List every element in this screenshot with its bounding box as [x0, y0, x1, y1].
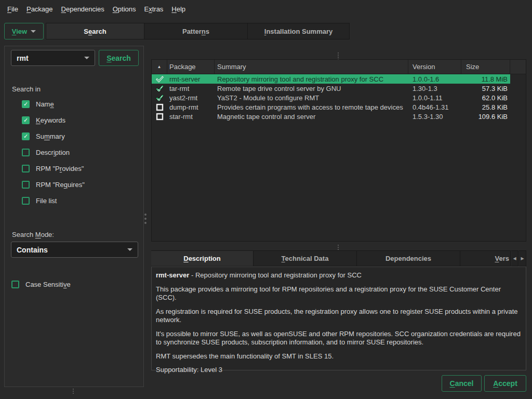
- main-tab[interactable]: Patterns: [144, 23, 248, 39]
- checkbox[interactable]: [22, 116, 30, 124]
- filter-checkbox-row[interactable]: Keywords: [22, 112, 136, 128]
- yast2-package-manager-window: { "colors": { "accent_green": "#2fae74",…: [0, 0, 532, 399]
- checkbox[interactable]: [22, 197, 30, 205]
- filter-checkbox-label: Description: [36, 149, 70, 156]
- filter-checkbox-label: RPM "Requires": [36, 181, 85, 189]
- cancel-button-label: Cancel: [450, 379, 474, 388]
- search-mode-combobox[interactable]: Contains: [11, 242, 138, 258]
- package-row[interactable]: tar-rmt Remote tape drive control server…: [152, 84, 510, 93]
- search-filter-list: Name Keywords Summary Description RPM "P…: [22, 96, 136, 209]
- package-row[interactable]: star-rmt Magnetic tape control and serve…: [152, 112, 510, 121]
- detail-tab-label: Technical Data: [282, 255, 329, 262]
- filter-checkbox-label: Name: [36, 100, 54, 108]
- chevron-down-icon: [127, 248, 132, 251]
- search-mode-value: Contains: [17, 246, 48, 254]
- package-status-cell[interactable]: [152, 93, 167, 102]
- package-row[interactable]: rmt-server Repository mirroring tool and…: [152, 74, 510, 84]
- accept-button[interactable]: Accept: [484, 375, 526, 392]
- checkbox[interactable]: [22, 149, 30, 156]
- search-query-value: rmt: [17, 54, 29, 62]
- menu-item[interactable]: Extras: [140, 5, 168, 13]
- chevron-down-icon: [31, 30, 36, 33]
- detail-tab[interactable]: Technical Data: [254, 250, 357, 267]
- menu-item[interactable]: File: [3, 5, 22, 13]
- main-tab-label: Installation Summary: [264, 28, 333, 35]
- package-size-cell: 109.6 KiB: [461, 113, 510, 121]
- package-row[interactable]: dump-rmt Provides certain programs with …: [152, 102, 510, 112]
- description-paragraph: This package provides a mirroring tool f…: [156, 285, 522, 302]
- package-size-cell: 62.0 KiB: [461, 94, 510, 102]
- menu-item[interactable]: Dependencies: [57, 5, 109, 13]
- package-size-cell: 25.8 KiB: [461, 103, 510, 111]
- header-gutter: [510, 60, 526, 74]
- size-column-header[interactable]: Size: [461, 60, 510, 74]
- status-column-header[interactable]: ▲: [152, 60, 167, 74]
- tab-scroll-right-button[interactable]: ▶: [519, 250, 526, 267]
- menu-item[interactable]: Options: [109, 5, 140, 13]
- search-in-label: Search in: [12, 85, 41, 93]
- detail-tab[interactable]: Dependencies: [357, 250, 460, 267]
- chevron-left-icon: ◀: [513, 256, 516, 261]
- detail-tab-label: Dependencies: [385, 255, 431, 262]
- main-tab-label: Patterns: [182, 28, 209, 35]
- menu-item[interactable]: Package: [22, 5, 57, 13]
- not-installed-status-icon: [156, 103, 164, 111]
- main-tab-label: Search: [84, 28, 106, 35]
- case-sensitive-row[interactable]: Case Sensitive: [11, 276, 136, 292]
- main-tab[interactable]: Search: [46, 23, 144, 39]
- checkbox[interactable]: [22, 100, 30, 108]
- filter-checkbox-row[interactable]: RPM "Requires": [22, 177, 136, 193]
- filter-checkbox-row[interactable]: Summary: [22, 128, 136, 144]
- checkbox[interactable]: [22, 181, 30, 189]
- view-button[interactable]: View: [4, 23, 44, 39]
- case-sensitive-label: Case Sensitive: [25, 281, 71, 288]
- autoinstall-status-icon: [156, 94, 164, 102]
- main-tab[interactable]: Installation Summary: [248, 23, 350, 39]
- checkbox[interactable]: [11, 281, 19, 288]
- menu-item[interactable]: Help: [167, 5, 190, 13]
- search-button[interactable]: Search: [99, 50, 139, 66]
- filter-checkbox-row[interactable]: File list: [22, 193, 136, 209]
- package-column-header[interactable]: Package: [167, 60, 215, 74]
- package-status-cell[interactable]: [152, 102, 167, 112]
- package-status-cell[interactable]: [152, 84, 167, 93]
- package-name-cell: star-rmt: [167, 113, 215, 121]
- checkbox[interactable]: [22, 165, 30, 172]
- package-summary-cell: Provides certain programs with access to…: [215, 103, 408, 111]
- package-version-cell: 1.0.0-1.6: [408, 75, 461, 83]
- filter-checkbox-label: RPM "Provides": [36, 165, 84, 172]
- version-column-header[interactable]: Version: [408, 60, 461, 74]
- package-row[interactable]: yast2-rmt YaST2 - Module to configure RM…: [152, 93, 510, 102]
- sort-ascending-icon: ▲: [157, 64, 162, 69]
- description-paragraph: It's possible to mirror SUSE, as well as…: [156, 330, 522, 347]
- package-status-cell[interactable]: [152, 74, 167, 84]
- splitter-handle[interactable]: [144, 212, 147, 225]
- cancel-button[interactable]: Cancel: [442, 375, 482, 392]
- search-panel: rmt Search Search in Name Keywords Summa…: [4, 46, 144, 387]
- not-installed-status-icon: [156, 113, 164, 121]
- accept-button-label: Accept: [493, 379, 517, 388]
- checkbox[interactable]: [22, 132, 30, 140]
- package-version-cell: 1.30-1.3: [408, 85, 461, 92]
- autoinstall-status-icon: [156, 85, 164, 92]
- splitter-handle[interactable]: [73, 388, 74, 394]
- detail-tab[interactable]: Vers: [460, 250, 511, 267]
- tab-scroll-left-button[interactable]: ◀: [511, 250, 518, 267]
- filter-checkbox-row[interactable]: RPM "Provides": [22, 161, 136, 177]
- filter-checkbox-label: Summary: [36, 132, 65, 140]
- filter-checkbox-row[interactable]: Name: [22, 96, 136, 112]
- install-status-icon: [156, 75, 164, 83]
- summary-column-header[interactable]: Summary: [215, 60, 408, 74]
- search-button-label: Search: [107, 54, 131, 62]
- description-package-name: rmt-server: [156, 271, 189, 279]
- detail-tab[interactable]: Description: [151, 250, 254, 267]
- package-status-cell[interactable]: [152, 112, 167, 121]
- main-tab-bar: Search Patterns Installation Summary: [46, 23, 350, 39]
- filter-checkbox-row[interactable]: Description: [22, 144, 136, 161]
- package-size-cell: 57.3 KiB: [461, 85, 510, 92]
- package-version-cell: 0.4b46-1.31: [408, 103, 461, 111]
- view-button-label: View: [12, 28, 27, 35]
- package-summary-cell: YaST2 - Module to configure RMT: [215, 94, 408, 102]
- detail-tab-label: Vers: [495, 255, 510, 262]
- search-query-combobox[interactable]: rmt: [11, 50, 95, 66]
